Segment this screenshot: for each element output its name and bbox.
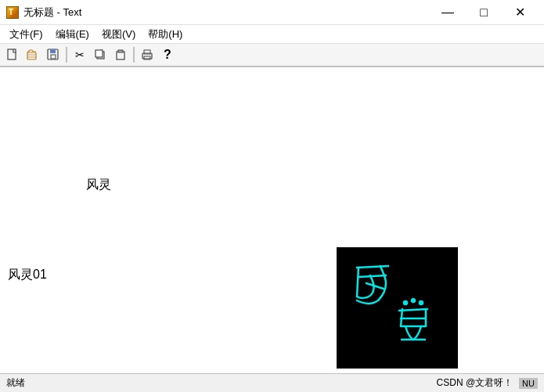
- maximize-button[interactable]: □: [466, 0, 502, 25]
- svg-rect-1: [27, 52, 36, 59]
- canvas-image: [337, 247, 458, 369]
- menu-view[interactable]: 视图(V): [95, 26, 142, 43]
- title-controls: — □ ✕: [430, 0, 538, 25]
- toolbar-save[interactable]: [44, 45, 63, 64]
- toolbar-copy[interactable]: [91, 45, 110, 64]
- svg-point-16: [404, 301, 407, 304]
- text-line-2: 风灵01: [8, 267, 47, 283]
- svg-rect-6: [95, 50, 103, 57]
- svg-line-12: [357, 266, 388, 268]
- svg-point-17: [412, 299, 415, 302]
- status-bar: 就绪 CSDN @文君呀！ NU: [0, 373, 544, 392]
- menu-help[interactable]: 帮助(H): [142, 26, 189, 43]
- menu-file[interactable]: 文件(F): [3, 26, 49, 43]
- menu-bar: 文件(F) 编辑(E) 视图(V) 帮助(H): [0, 25, 544, 44]
- toolbar-new[interactable]: [3, 45, 22, 64]
- toolbar-sep2: [133, 47, 135, 63]
- canvas-svg: [343, 254, 452, 363]
- toolbar: ✂ ?: [0, 44, 544, 67]
- svg-line-19: [399, 309, 427, 311]
- svg-line-15: [366, 283, 384, 289]
- svg-rect-4: [51, 55, 56, 59]
- title-bar: 无标题 - Text — □ ✕: [0, 0, 544, 25]
- svg-point-18: [420, 301, 423, 304]
- app-icon: [6, 6, 19, 19]
- status-nu: NU: [519, 378, 538, 389]
- window-title: 无标题 - Text: [23, 5, 81, 20]
- menu-edit[interactable]: 编辑(E): [49, 26, 95, 43]
- toolbar-paste[interactable]: [111, 45, 130, 64]
- svg-line-13: [357, 268, 358, 297]
- title-bar-left: 无标题 - Text: [6, 5, 81, 20]
- svg-rect-3: [50, 49, 56, 53]
- content-area[interactable]: 风灵 风灵01: [0, 67, 544, 373]
- svg-line-14: [358, 275, 386, 277]
- status-right: CSDN @文君呀！ NU: [437, 376, 538, 390]
- text-line-1: 风灵: [86, 177, 111, 193]
- status-csdn: CSDN @文君呀！: [437, 376, 513, 390]
- toolbar-print[interactable]: [138, 45, 157, 64]
- toolbar-open[interactable]: [23, 45, 42, 64]
- close-button[interactable]: ✕: [502, 0, 538, 25]
- status-text: 就绪: [6, 376, 25, 390]
- svg-rect-8: [118, 50, 123, 52]
- svg-rect-0: [8, 49, 16, 59]
- toolbar-help[interactable]: ?: [158, 45, 177, 64]
- minimize-button[interactable]: —: [430, 0, 466, 25]
- toolbar-cut[interactable]: ✂: [70, 45, 89, 64]
- toolbar-sep1: [66, 47, 67, 63]
